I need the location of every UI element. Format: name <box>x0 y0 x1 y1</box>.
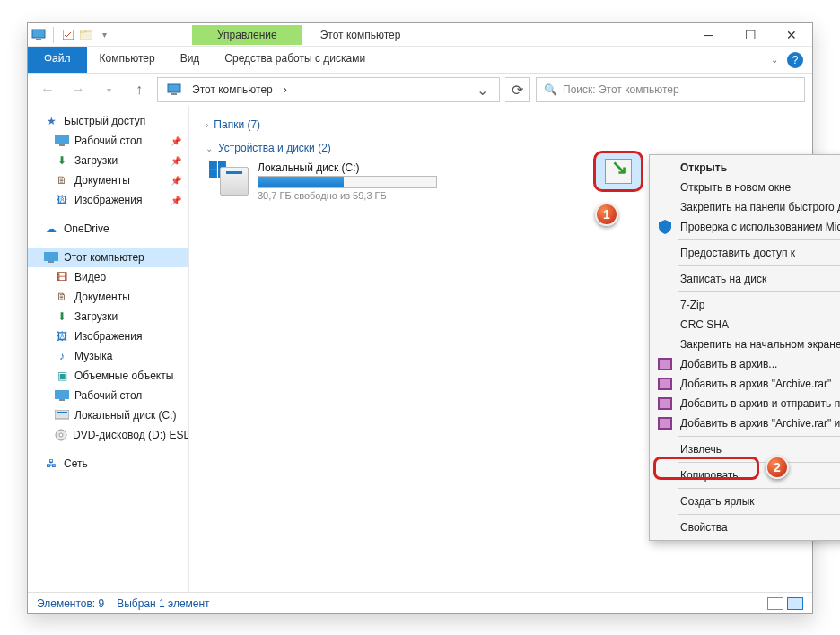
dvd-drive-selected[interactable]: ↘ <box>593 151 643 192</box>
ctx-label: Открыть <box>680 161 727 174</box>
qat-dropdown-icon[interactable]: ▾ <box>97 28 111 42</box>
ribbon-collapse-icon[interactable]: ⌄ <box>771 55 778 65</box>
ctx-pin-start[interactable]: Закрепить на начальном экране <box>652 335 840 354</box>
ctx-label: Свойства <box>680 521 728 534</box>
content-pane: › Папки (7) ⌄ Устройства и диски (2) Лок… <box>189 106 812 592</box>
svg-rect-28 <box>660 419 670 428</box>
pin-icon: 📌 <box>171 156 181 166</box>
file-tab[interactable]: Файл <box>28 47 87 73</box>
sidebar-localdisk[interactable]: Локальный диск (C:) <box>28 405 188 425</box>
svg-rect-4 <box>80 30 85 32</box>
ctx-open-new-window[interactable]: Открыть в новом окне <box>652 178 840 197</box>
titlebar: ▾ Управление Этот компьютер ─ ☐ ✕ <box>28 23 812 47</box>
address-row: ← → ▾ ↑ Этот компьютер › ⌄ ⟳ 🔍 Поиск: Эт… <box>28 74 812 106</box>
sidebar-pictures2[interactable]: 🖼Изображения <box>28 326 188 346</box>
address-dropdown-icon[interactable]: ⌄ <box>469 82 495 99</box>
dvd-icon <box>55 428 67 442</box>
view-tab[interactable]: Вид <box>168 47 213 73</box>
properties-icon[interactable] <box>61 28 75 42</box>
sidebar-network[interactable]: 🖧Сеть <box>28 454 188 474</box>
pin-icon: 📌 <box>171 196 181 205</box>
ctx-separator <box>678 239 840 240</box>
svg-rect-5 <box>168 84 180 92</box>
sidebar-downloads[interactable]: ⬇Загрузки📌 <box>28 151 188 170</box>
ctx-copy[interactable]: Копировать <box>652 465 840 485</box>
ctx-7zip[interactable]: 7-Zip▶ <box>652 295 840 315</box>
sidebar-desktop[interactable]: Рабочий стол📌 <box>28 131 188 151</box>
ctx-label: Открыть в новом окне <box>680 181 791 194</box>
ctx-create-shortcut[interactable]: Создать ярлык <box>652 491 840 511</box>
sidebar-pictures[interactable]: 🖼Изображения📌 <box>28 190 188 210</box>
ctx-separator <box>678 462 840 463</box>
search-input[interactable]: 🔍 Поиск: Этот компьютер <box>536 77 805 102</box>
pin-icon: 📌 <box>171 136 181 146</box>
sidebar-documents[interactable]: 🗎Документы📌 <box>28 170 188 190</box>
computer-tab[interactable]: Компьютер <box>87 47 168 73</box>
sidebar-quick-access[interactable]: ★ Быстрый доступ <box>28 111 188 131</box>
system-icon[interactable] <box>31 28 46 42</box>
annotation-marker-1: 1 <box>595 203 618 226</box>
ctx-separator <box>678 488 840 489</box>
sidebar-item-label: Сеть <box>64 457 88 470</box>
breadcrumb-chevron-icon[interactable]: › <box>278 83 293 96</box>
shield-icon <box>657 219 673 235</box>
sidebar-this-pc[interactable]: Этот компьютер <box>28 248 188 267</box>
details-view-button[interactable] <box>767 597 783 610</box>
sidebar-onedrive[interactable]: ☁OneDrive <box>28 219 188 239</box>
sidebar-item-label: Локальный диск (C:) <box>74 409 177 422</box>
chevron-right-icon: › <box>206 120 208 130</box>
refresh-button[interactable]: ⟳ <box>505 77 530 102</box>
drive-capacity-bar <box>258 176 437 188</box>
sidebar-dvd[interactable]: DVD-дисковод (D:) ESD- <box>28 425 188 445</box>
ctx-add-archive-rar[interactable]: Добавить в архив "Archive.rar" <box>652 374 840 394</box>
winrar-icon <box>657 415 673 431</box>
body: ★ Быстрый доступ Рабочий стол📌 ⬇Загрузки… <box>28 106 812 592</box>
ctx-add-rar-email[interactable]: Добавить в архив "Archive.rar" и отправи… <box>652 413 840 433</box>
maximize-button[interactable]: ☐ <box>730 23 771 47</box>
new-folder-icon[interactable] <box>79 28 93 42</box>
help-icon[interactable]: ? <box>787 52 803 68</box>
forward-button[interactable]: → <box>66 77 91 102</box>
sidebar-item-label: Изображения <box>74 330 142 343</box>
sidebar-desktop2[interactable]: Рабочий стол <box>28 386 188 405</box>
minimize-button[interactable]: ─ <box>688 23 730 47</box>
folders-group-header[interactable]: › Папки (7) <box>195 115 807 138</box>
tiles-view-button[interactable] <box>787 597 803 610</box>
ctx-extract[interactable]: Извлечь <box>652 439 840 459</box>
ctx-add-archive[interactable]: Добавить в архив... <box>652 354 840 374</box>
sidebar-music[interactable]: ♪Музыка <box>28 346 188 366</box>
pictures-icon: 🖼 <box>55 193 69 207</box>
sidebar-3dobjects[interactable]: ▣Объемные объекты <box>28 366 188 386</box>
recent-locations-icon[interactable]: ▾ <box>96 77 121 102</box>
ctx-add-email[interactable]: Добавить в архив и отправить по e-mail..… <box>652 394 840 413</box>
ctx-share-access[interactable]: Предоставить доступ к▶ <box>652 243 840 263</box>
up-button[interactable]: ↑ <box>127 77 152 102</box>
ctx-label: Закрепить на начальном экране <box>680 338 840 351</box>
ctx-open[interactable]: Открыть <box>652 158 840 178</box>
sidebar-downloads2[interactable]: ⬇Загрузки <box>28 307 188 326</box>
close-button[interactable]: ✕ <box>771 23 812 47</box>
contextual-tab-header: Управление <box>192 25 302 45</box>
winrar-icon <box>657 396 673 412</box>
install-arrow-icon: ↘ <box>611 156 627 179</box>
back-button[interactable]: ← <box>35 77 60 102</box>
ctx-burn-disc[interactable]: Записать на диск <box>652 269 840 289</box>
svg-rect-17 <box>209 161 217 170</box>
ctx-label: CRC SHA <box>680 318 729 331</box>
address-bar[interactable]: Этот компьютер › ⌄ <box>157 77 500 102</box>
drive-tools-tab[interactable]: Средства работы с дисками <box>212 47 378 73</box>
sidebar-documents2[interactable]: 🗎Документы <box>28 287 188 307</box>
svg-rect-26 <box>660 399 670 408</box>
breadcrumb-thispc[interactable]: Этот компьютер <box>187 83 278 96</box>
sidebar-video[interactable]: 🎞Видео <box>28 267 188 287</box>
ctx-label: Извлечь <box>680 443 722 456</box>
ctx-label: Добавить в архив "Archive.rar" <box>680 378 831 390</box>
ctx-pin-quick-access[interactable]: Закрепить на панели быстрого доступа <box>652 197 840 217</box>
ctx-crc-sha[interactable]: CRC SHA▶ <box>652 315 840 335</box>
ctx-properties[interactable]: Свойства <box>652 518 840 537</box>
quick-access-toolbar: ▾ <box>28 27 111 43</box>
downloads-icon: ⬇ <box>55 309 69 324</box>
status-bar: Элементов: 9 Выбран 1 элемент <box>28 592 812 613</box>
ctx-defender-scan[interactable]: Проверка с использованием Microsoft Defe… <box>652 217 840 237</box>
status-item-count: Элементов: 9 <box>37 597 104 610</box>
